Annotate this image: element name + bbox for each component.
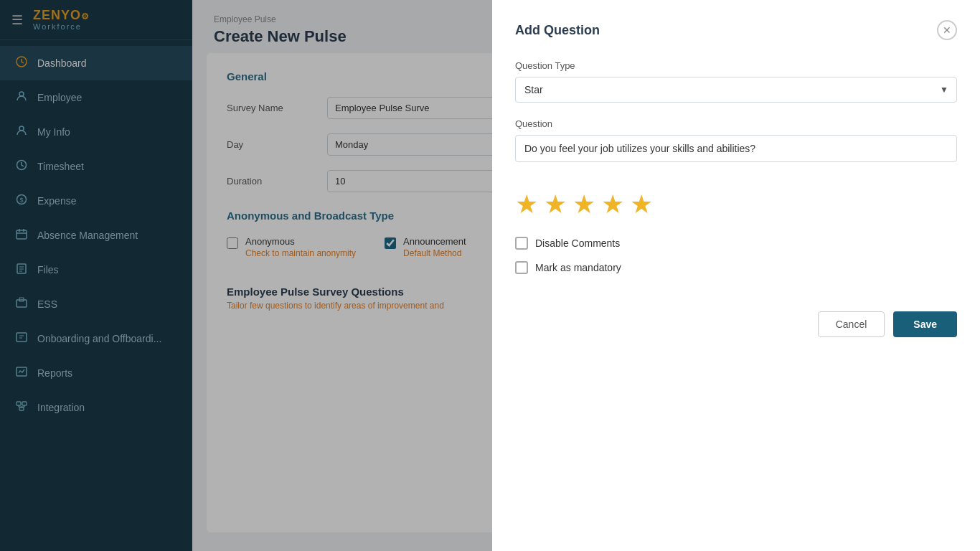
save-button[interactable]: Save xyxy=(893,311,957,337)
star-4: ★ xyxy=(601,189,624,220)
disable-comments-checkbox[interactable] xyxy=(515,237,528,250)
modal-actions: Cancel Save xyxy=(515,311,957,337)
add-question-modal: Add Question ✕ Question Type Star Text M… xyxy=(492,0,980,551)
question-type-label: Question Type xyxy=(515,60,957,71)
star-3: ★ xyxy=(573,189,595,220)
modal-header: Add Question ✕ xyxy=(515,20,957,40)
question-type-select-wrapper: Star Text Multiple Choice Rating Yes/No … xyxy=(515,77,957,103)
question-type-group: Question Type Star Text Multiple Choice … xyxy=(515,60,957,103)
question-text-group: Question xyxy=(515,118,957,162)
overlay-backdrop[interactable] xyxy=(0,0,492,551)
disable-comments-row: Disable Comments xyxy=(515,237,957,250)
mark-mandatory-label: Mark as mandatory xyxy=(535,262,621,273)
mark-mandatory-checkbox[interactable] xyxy=(515,261,528,274)
star-5: ★ xyxy=(630,189,653,220)
disable-comments-label: Disable Comments xyxy=(535,237,620,249)
modal-title: Add Question xyxy=(515,23,600,38)
star-1: ★ xyxy=(515,189,538,220)
modal-overlay: Add Question ✕ Question Type Star Text M… xyxy=(0,0,980,551)
modal-close-button[interactable]: ✕ xyxy=(937,20,957,40)
question-type-select[interactable]: Star Text Multiple Choice Rating Yes/No xyxy=(515,77,957,103)
mark-mandatory-row: Mark as mandatory xyxy=(515,261,957,274)
star-2: ★ xyxy=(544,189,567,220)
question-text-label: Question xyxy=(515,118,957,129)
stars-preview: ★ ★ ★ ★ ★ xyxy=(515,189,957,220)
modal-checkboxes: Disable Comments Mark as mandatory xyxy=(515,237,957,286)
question-text-input[interactable] xyxy=(515,135,957,162)
cancel-button[interactable]: Cancel xyxy=(818,311,885,337)
